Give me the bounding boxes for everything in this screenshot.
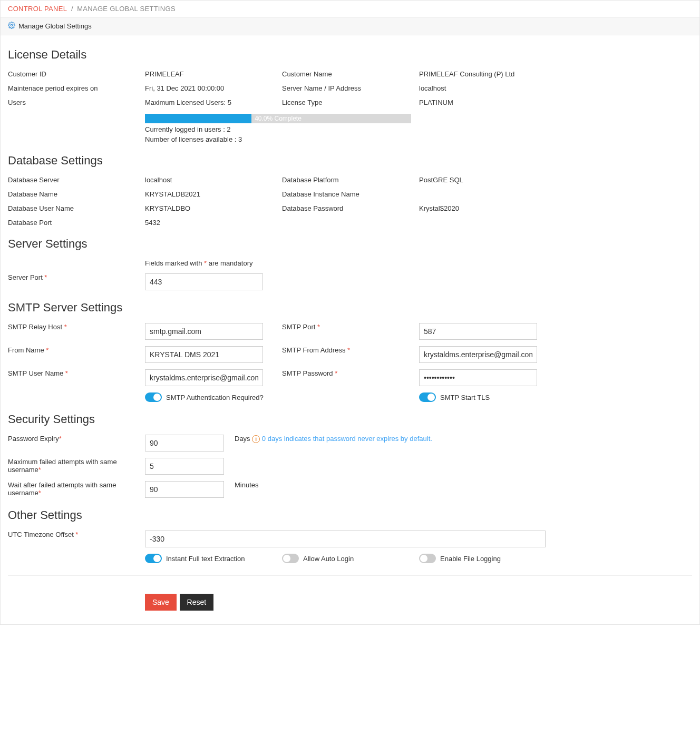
label-db-port: Database Port	[8, 219, 145, 227]
licenses-available: Number of licenses available : 3	[145, 135, 419, 143]
label-db-name: Database Name	[8, 190, 145, 198]
value-db-pass: Krystal$2020	[419, 204, 692, 212]
password-expiry-hint: Days i 0 days indicates that password ne…	[235, 435, 432, 443]
smtp-auth-toggle[interactable]	[145, 392, 162, 402]
label-users: Users	[8, 99, 145, 106]
label-customer-name: Customer Name	[282, 70, 419, 78]
breadcrumb-leaf: MANAGE GLOBAL SETTINGS	[77, 5, 176, 13]
section-title-smtp: SMTP Server Settings	[8, 301, 692, 315]
label-smtp-relay: SMTP Relay Host *	[8, 323, 145, 331]
label-customer-id: Customer ID	[8, 70, 145, 78]
label-db-instance: Database Instance Name	[282, 190, 419, 198]
svg-point-0	[11, 24, 13, 26]
value-db-port: 5432	[145, 219, 282, 227]
tz-offset-input[interactable]	[145, 531, 546, 547]
label-server-name: Server Name / IP Address	[282, 84, 419, 92]
smtp-tls-toggle[interactable]	[419, 392, 436, 402]
panel-title: Manage Global Settings	[18, 22, 92, 30]
save-button[interactable]: Save	[145, 594, 177, 611]
smtp-pass-input[interactable]	[419, 369, 537, 386]
section-title-license: License Details	[8, 48, 692, 62]
filelog-toggle[interactable]	[419, 554, 436, 563]
autologin-label: Allow Auto Login	[303, 555, 354, 563]
smtp-from-addr-input[interactable]	[419, 346, 537, 363]
autologin-toggle[interactable]	[282, 554, 299, 563]
value-customer-name: PRIMELEAF Consulting (P) Ltd	[419, 70, 692, 78]
mandatory-note: Fields marked with * are mandatory	[145, 259, 252, 267]
wait-unit: Minutes	[235, 481, 259, 489]
label-tz-offset: UTC Timezone Offset *	[8, 531, 145, 538]
value-server-name: localhost	[419, 84, 692, 92]
label-smtp-from-name: From Name *	[8, 346, 145, 354]
section-title-security: Security Settings	[8, 413, 692, 426]
label-max-failed: Maximum failed attempts with same userna…	[8, 458, 145, 474]
value-users: Maximum Licensed Users: 5	[145, 99, 282, 106]
label-maintenance: Maintenace period expires on	[8, 84, 145, 92]
section-title-other: Other Settings	[8, 508, 692, 522]
label-db-platform: Database Platform	[282, 176, 419, 184]
breadcrumb-root[interactable]: CONTROL PANEL	[8, 5, 67, 13]
license-usage-progress: 40.0% Complete	[145, 114, 411, 123]
logged-in-users: Currently logged in users : 2	[145, 125, 419, 133]
value-license-type: PLATINUM	[419, 99, 692, 106]
smtp-auth-label: SMTP Authentication Required?	[166, 394, 264, 401]
label-password-expiry: Password Expiry*	[8, 435, 145, 443]
label-smtp-port: SMTP Port *	[282, 323, 419, 331]
label-db-server: Database Server	[8, 176, 145, 184]
label-server-port: Server Port *	[8, 273, 145, 281]
label-wait-after: Wait after failed attempts with same use…	[8, 481, 145, 497]
smtp-from-name-input[interactable]	[145, 346, 263, 363]
label-license-type: License Type	[282, 99, 419, 106]
label-db-pass: Database Password	[282, 204, 419, 212]
section-title-database: Database Settings	[8, 154, 692, 168]
label-db-user: Database User Name	[8, 204, 145, 212]
panel-header: Manage Global Settings	[0, 17, 700, 35]
filelog-label: Enable File Logging	[440, 555, 501, 563]
value-db-server: localhost	[145, 176, 282, 184]
label-smtp-user: SMTP User Name *	[8, 369, 145, 377]
fulltext-label: Instant Full text Extraction	[166, 555, 245, 563]
gear-icon	[8, 22, 15, 31]
reset-button[interactable]: Reset	[180, 594, 214, 611]
wait-after-input[interactable]	[145, 481, 224, 498]
label-smtp-pass: SMTP Password *	[282, 369, 419, 377]
smtp-port-input[interactable]	[419, 323, 537, 340]
value-db-user: KRYSTALDBO	[145, 204, 282, 212]
max-failed-input[interactable]	[145, 458, 224, 475]
smtp-user-input[interactable]	[145, 369, 263, 386]
password-expiry-input[interactable]	[145, 435, 224, 451]
value-maintenance: Fri, 31 Dec 2021 00:00:00	[145, 84, 282, 92]
breadcrumb: CONTROL PANEL / MANAGE GLOBAL SETTINGS	[0, 0, 700, 17]
value-db-name: KRYSTALDB2021	[145, 190, 282, 198]
server-port-input[interactable]	[145, 273, 263, 290]
fulltext-toggle[interactable]	[145, 554, 162, 563]
smtp-tls-label: SMTP Start TLS	[440, 394, 490, 401]
value-db-platform: PostGRE SQL	[419, 176, 692, 184]
info-icon: i	[252, 435, 260, 443]
progress-text: 40.0% Complete	[145, 114, 411, 123]
section-title-server: Server Settings	[8, 237, 692, 251]
value-customer-id: PRIMELEAF	[145, 70, 282, 78]
breadcrumb-sep: /	[71, 5, 73, 13]
smtp-relay-input[interactable]	[145, 323, 263, 340]
label-smtp-from-addr: SMTP From Address *	[282, 346, 419, 354]
